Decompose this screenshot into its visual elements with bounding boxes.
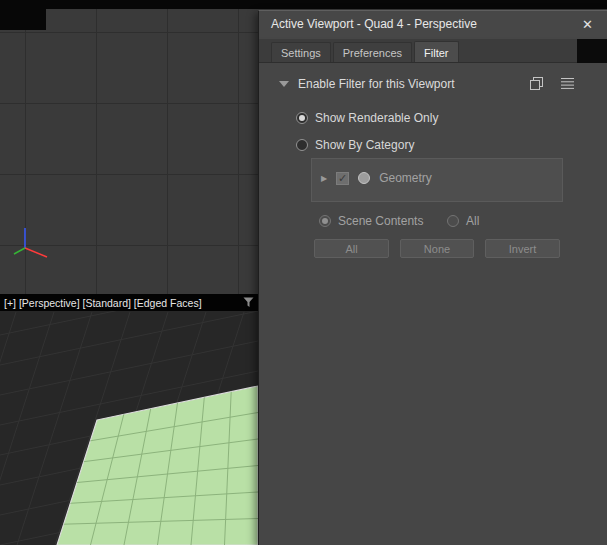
show-renderable-radio[interactable] bbox=[296, 112, 308, 124]
show-by-category-label: Show By Category bbox=[315, 138, 414, 152]
screen: [+] [Perspective] [Standard] [Edged Face… bbox=[0, 0, 607, 545]
none-button[interactable]: None bbox=[400, 239, 474, 258]
close-icon[interactable]: ✕ bbox=[580, 17, 595, 32]
enable-filter-row[interactable]: Enable Filter for this Viewport bbox=[259, 73, 607, 95]
geometry-label: Geometry bbox=[379, 171, 432, 185]
invert-button[interactable]: Invert bbox=[485, 239, 560, 258]
tab-strip-filler bbox=[577, 39, 607, 63]
copy-icon[interactable] bbox=[530, 77, 543, 93]
collapse-arrow-icon[interactable] bbox=[279, 81, 289, 87]
category-tree-row[interactable]: ▶ ✓ Geometry bbox=[321, 171, 432, 185]
all-radio[interactable] bbox=[447, 215, 459, 227]
dialog-title: Active Viewport - Quad 4 - Perspective bbox=[271, 17, 477, 31]
show-by-category-row[interactable]: Show By Category bbox=[296, 138, 414, 152]
geometry-checkbox[interactable]: ✓ bbox=[336, 172, 349, 185]
viewport-filter-funnel-icon[interactable] bbox=[243, 297, 254, 308]
viewport-label-bar[interactable]: [+] [Perspective] [Standard] [Edged Face… bbox=[0, 294, 258, 311]
tab-filter[interactable]: Filter bbox=[414, 41, 458, 62]
show-by-category-radio[interactable] bbox=[296, 139, 308, 151]
scene-contents-label: Scene Contents bbox=[338, 214, 423, 228]
active-viewport-dialog: Active Viewport - Quad 4 - Perspective ✕… bbox=[258, 10, 607, 545]
list-icon[interactable] bbox=[561, 77, 574, 93]
all-button[interactable]: All bbox=[314, 239, 389, 258]
all-radio-label: All bbox=[466, 214, 479, 228]
tab-settings[interactable]: Settings bbox=[271, 42, 331, 62]
scene-contents-radio[interactable] bbox=[319, 215, 331, 227]
show-renderable-label: Show Renderable Only bbox=[315, 111, 438, 125]
show-renderable-row[interactable]: Show Renderable Only bbox=[296, 111, 438, 125]
enable-filter-label: Enable Filter for this Viewport bbox=[298, 77, 455, 91]
tab-strip: Settings Preferences Filter bbox=[259, 39, 607, 63]
tree-expand-icon[interactable]: ▶ bbox=[321, 174, 327, 183]
geometry-radio[interactable] bbox=[358, 172, 370, 184]
viewport-label[interactable]: [+] [Perspective] [Standard] [Edged Face… bbox=[4, 297, 202, 309]
all-radio-row[interactable]: All bbox=[447, 214, 479, 228]
category-list-box: ▶ ✓ Geometry bbox=[311, 158, 563, 202]
tab-preferences[interactable]: Preferences bbox=[333, 42, 412, 62]
scene-contents-row[interactable]: Scene Contents bbox=[319, 214, 423, 228]
dialog-title-bar[interactable]: Active Viewport - Quad 4 - Perspective ✕ bbox=[259, 11, 607, 37]
